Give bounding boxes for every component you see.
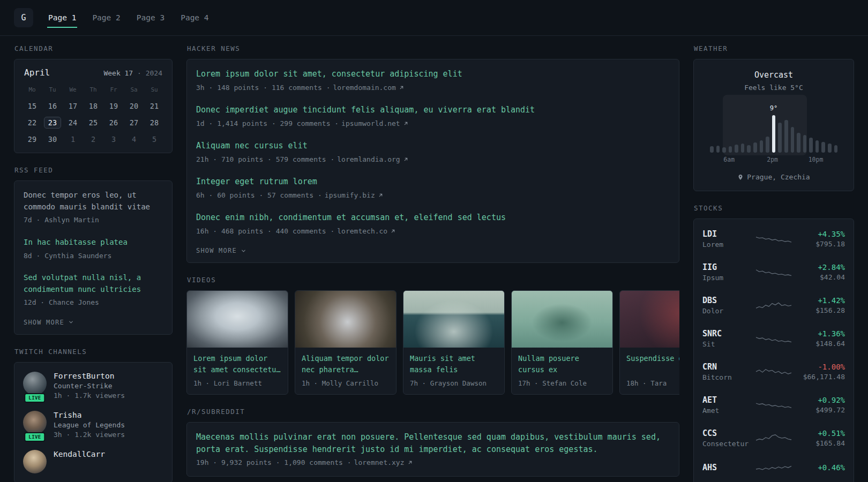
twitch-channel-meta: 1h · 1.7k viewers xyxy=(54,391,125,400)
twitch-channel[interactable]: LIVE KendallCarr xyxy=(23,450,163,473)
hacker-news-item-source[interactable]: loremdomain.com xyxy=(333,82,395,93)
rss-card: Donec tempor eros leo, ut commodo mauris… xyxy=(14,180,173,335)
hacker-news-item-source[interactable]: ipsumify.biz xyxy=(325,190,375,201)
right-column: WEATHER Overcast Feels like 5°C 9° 6am2p… xyxy=(693,44,854,482)
calendar-grid: 15 16 17 18 19 20 21 22 xyxy=(22,97,164,147)
stock-name: Sit xyxy=(702,340,755,348)
page-tabs: Page 1 Page 2 Page 3 Page 4 xyxy=(47,0,210,35)
calendar-day[interactable]: 29 xyxy=(22,131,42,147)
twitch-channel[interactable]: LIVE ForrestBurton Counter-Strike 1h · 1… xyxy=(23,372,163,400)
weather-location-label: Prague, Czechia xyxy=(747,173,810,181)
rss-item-title[interactable]: Donec tempor eros leo, ut commodo mauris… xyxy=(24,190,163,213)
video-title[interactable]: Nullam posuere cursus ex xyxy=(512,348,612,375)
hacker-news-item-title[interactable]: Aliquam nec cursus elit xyxy=(196,140,670,152)
page-tab[interactable]: Page 1 xyxy=(47,10,77,28)
rss-item-title[interactable]: In hac habitasse platea xyxy=(24,237,163,248)
hacker-news-widget: HACKER NEWS Lorem ipsum dolor sit amet, … xyxy=(186,44,679,263)
calendar-day[interactable]: 28 xyxy=(144,114,164,131)
calendar-day[interactable]: 20 xyxy=(124,97,144,114)
calendar-dow-label: Fr xyxy=(103,83,124,97)
calendar-day[interactable]: 17 xyxy=(63,97,83,114)
page-tab[interactable]: Page 4 xyxy=(179,10,209,28)
stock-row[interactable]: CCS Consectetur +0.51% $165.84 xyxy=(702,421,845,455)
calendar-day[interactable]: 1 xyxy=(63,131,83,147)
chevron-down-icon xyxy=(68,319,74,325)
hacker-news-item: Donec enim nibh, condimentum et accumsan… xyxy=(196,212,670,236)
calendar-day[interactable]: 5 xyxy=(144,131,164,147)
subreddit-widget-title: /R/SUBREDDIT xyxy=(187,408,679,416)
calendar-card: April Week 17 · 2024 MoTuWeThFrSaSu 15 1… xyxy=(14,59,173,153)
video-thumbnail[interactable] xyxy=(620,291,679,348)
video-card[interactable]: Mauris sit amet massa felis 7h · Grayson… xyxy=(403,290,505,395)
page-tab[interactable]: Page 2 xyxy=(91,10,121,28)
calendar-day[interactable]: 30 xyxy=(42,131,63,147)
rss-show-more-button[interactable]: SHOW MORE xyxy=(24,319,163,326)
stock-name: Dolor xyxy=(702,307,755,315)
weather-bar xyxy=(815,140,819,153)
hacker-news-item-title[interactable]: Integer eget rutrum lorem xyxy=(196,176,670,188)
stock-row[interactable]: LDI Lorem +4.35% $795.18 xyxy=(702,222,845,255)
calendar-widget: CALENDAR April Week 17 · 2024 MoTuWeThFr… xyxy=(14,44,173,153)
stock-row[interactable]: IIG Ipsum +2.84% $42.04 xyxy=(702,255,845,289)
video-thumbnail[interactable] xyxy=(512,291,612,348)
weather-hour-label: 10pm xyxy=(809,156,824,163)
video-thumbnail[interactable] xyxy=(187,291,288,348)
subreddit-widget: /R/SUBREDDIT Maecenas mollis pulvinar er… xyxy=(186,408,679,477)
calendar-day[interactable]: 15 xyxy=(22,97,42,114)
video-title[interactable]: Mauris sit amet massa felis xyxy=(403,348,504,375)
twitch-channel[interactable]: LIVE Trisha League of Legends 3h · 1.2k … xyxy=(23,411,163,439)
video-card[interactable]: Lorem ipsum dolor sit amet consectetu… 1… xyxy=(186,290,288,395)
video-card[interactable]: Nullam posuere cursus ex 17h · Stefan Co… xyxy=(511,290,613,395)
calendar-day[interactable]: 19 xyxy=(103,97,124,114)
external-link-icon xyxy=(403,120,409,126)
twitch-card: LIVE ForrestBurton Counter-Strike 1h · 1… xyxy=(14,362,173,482)
calendar-day[interactable]: 3 xyxy=(103,131,124,147)
calendar-day[interactable]: 18 xyxy=(83,97,103,114)
hacker-news-show-more-button[interactable]: SHOW MORE xyxy=(196,247,670,254)
hacker-news-item-source[interactable]: loremtech.co xyxy=(337,226,387,237)
stock-row[interactable]: DBS Dolor +1.42% $156.28 xyxy=(702,289,845,322)
page-tab[interactable]: Page 3 xyxy=(136,10,166,28)
calendar-day[interactable]: 16 xyxy=(42,97,63,114)
rss-item-title[interactable]: Sed volutpat nulla nisl, a condimentum n… xyxy=(24,272,163,295)
twitch-widget-title: TWITCH CHANNELS xyxy=(14,348,173,356)
calendar-separator: · xyxy=(137,69,141,77)
hacker-news-item-source[interactable]: ipsumworld.net xyxy=(341,118,400,129)
stock-ticker: SNRC xyxy=(702,329,755,338)
weather-hour-label: 2pm xyxy=(767,156,778,163)
stock-ticker: AET xyxy=(702,395,755,405)
video-thumbnail[interactable] xyxy=(295,291,396,348)
calendar-day[interactable]: 24 xyxy=(63,114,83,131)
calendar-day[interactable]: 26 xyxy=(103,114,124,131)
calendar-day[interactable]: 25 xyxy=(83,114,103,131)
calendar-day[interactable]: 2 xyxy=(83,131,103,147)
calendar-day[interactable]: 21 xyxy=(144,97,164,114)
video-card[interactable]: Aliquam tempor dolor nec pharetra… 1h · … xyxy=(295,290,396,395)
stock-row[interactable]: SNRC Sit +1.36% $148.64 xyxy=(702,322,845,355)
hacker-news-item-title[interactable]: Donec enim nibh, condimentum et accumsan… xyxy=(196,212,670,224)
weather-bar-chart: 9° xyxy=(710,111,837,153)
stock-row[interactable]: AHS +0.46% xyxy=(702,455,845,482)
hacker-news-item-source[interactable]: loremlandia.org xyxy=(337,154,400,165)
calendar-dow-label: Sa xyxy=(124,83,144,97)
video-title[interactable]: Lorem ipsum dolor sit amet consectetu… xyxy=(187,348,288,375)
calendar-day[interactable]: 23 xyxy=(42,114,63,131)
video-title[interactable]: Aliquam tempor dolor nec pharetra… xyxy=(295,348,396,375)
stock-row[interactable]: CRN Bitcorn -1.00% $66,171.48 xyxy=(702,355,845,388)
stock-ticker: AHS xyxy=(702,463,755,472)
calendar-day[interactable]: 4 xyxy=(124,131,144,147)
calendar-day[interactable]: 27 xyxy=(124,114,144,131)
stock-sparkline xyxy=(755,298,792,312)
calendar-dow-label: Su xyxy=(144,83,164,97)
video-card[interactable]: Suspendisse diam 18h · Tara xyxy=(619,290,679,395)
hacker-news-item-title[interactable]: Lorem ipsum dolor sit amet, consectetur … xyxy=(196,68,670,80)
calendar-dow-label: Tu xyxy=(42,83,63,97)
stock-row[interactable]: AET Amet +0.92% $499.72 xyxy=(702,388,845,421)
subreddit-post-title[interactable]: Maecenas mollis pulvinar erat non posuer… xyxy=(196,431,670,455)
hacker-news-item-title[interactable]: Donec imperdiet augue tincidunt felis al… xyxy=(196,104,670,116)
calendar-day[interactable]: 22 xyxy=(22,114,42,131)
video-thumbnail[interactable] xyxy=(403,291,504,348)
video-title[interactable]: Suspendisse diam xyxy=(620,348,679,375)
subreddit-post-source[interactable]: loremnet.xyz xyxy=(354,457,405,468)
rss-item: Donec tempor eros leo, ut commodo mauris… xyxy=(24,190,163,225)
